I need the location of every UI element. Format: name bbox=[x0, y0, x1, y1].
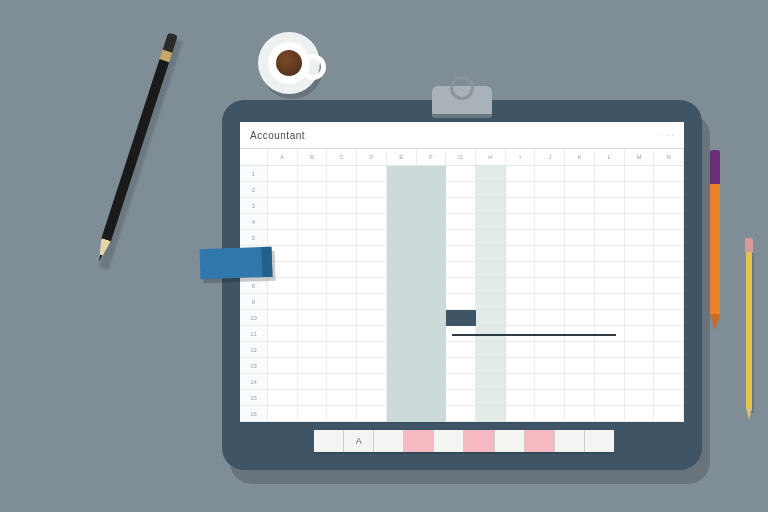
grid-cell[interactable] bbox=[357, 214, 387, 230]
grid-cell[interactable] bbox=[654, 182, 684, 198]
grid-cell[interactable] bbox=[268, 182, 298, 198]
column-header-cell[interactable]: B bbox=[298, 149, 328, 165]
grid-cell[interactable] bbox=[357, 166, 387, 182]
grid-cell[interactable] bbox=[654, 326, 684, 342]
grid-cell[interactable] bbox=[357, 374, 387, 390]
grid-cell[interactable] bbox=[535, 278, 565, 294]
row-header-cell[interactable]: 9 bbox=[240, 294, 268, 310]
grid-cell[interactable] bbox=[506, 230, 536, 246]
row-header-cell[interactable]: 2 bbox=[240, 182, 268, 198]
grid-cell[interactable] bbox=[268, 198, 298, 214]
grid-cell[interactable] bbox=[298, 374, 328, 390]
grid-cell[interactable] bbox=[595, 182, 625, 198]
grid-cell[interactable] bbox=[506, 326, 536, 342]
grid-cell[interactable] bbox=[654, 230, 684, 246]
grid-cell[interactable] bbox=[327, 390, 357, 406]
grid-cell[interactable] bbox=[595, 342, 625, 358]
column-header-cell[interactable]: K bbox=[565, 149, 595, 165]
grid-cell[interactable] bbox=[565, 262, 595, 278]
grid-cell[interactable] bbox=[565, 406, 595, 422]
grid-cell[interactable] bbox=[357, 342, 387, 358]
grid-cell[interactable] bbox=[625, 310, 655, 326]
grid-cell[interactable] bbox=[565, 390, 595, 406]
grid-cell[interactable] bbox=[446, 182, 476, 198]
grid-cell[interactable] bbox=[446, 246, 476, 262]
grid-cell[interactable] bbox=[506, 262, 536, 278]
row-header-cell[interactable]: 1 bbox=[240, 166, 268, 182]
grid-cell[interactable] bbox=[357, 294, 387, 310]
grid-cell[interactable] bbox=[506, 278, 536, 294]
grid-cell[interactable] bbox=[565, 342, 595, 358]
grid-cell[interactable] bbox=[298, 230, 328, 246]
grid-cell[interactable] bbox=[327, 294, 357, 310]
grid-cell[interactable] bbox=[535, 214, 565, 230]
grid-cell[interactable] bbox=[446, 166, 476, 182]
grid-cell[interactable] bbox=[535, 166, 565, 182]
grid-cell[interactable] bbox=[535, 246, 565, 262]
grid-cell[interactable] bbox=[327, 262, 357, 278]
grid-cell[interactable] bbox=[595, 406, 625, 422]
grid-cell[interactable] bbox=[446, 294, 476, 310]
grid-cell[interactable] bbox=[654, 262, 684, 278]
grid-cell[interactable] bbox=[268, 406, 298, 422]
column-header-cell[interactable]: I bbox=[506, 149, 536, 165]
grid-cell[interactable] bbox=[327, 374, 357, 390]
grid-cell[interactable] bbox=[298, 198, 328, 214]
grid-cell[interactable] bbox=[595, 214, 625, 230]
grid-cell[interactable] bbox=[535, 326, 565, 342]
grid-cell[interactable] bbox=[654, 358, 684, 374]
grid-cell[interactable] bbox=[357, 230, 387, 246]
grid-cell[interactable] bbox=[625, 246, 655, 262]
grid-cell[interactable] bbox=[446, 262, 476, 278]
grid-cell[interactable] bbox=[268, 294, 298, 310]
grid-cell[interactable] bbox=[357, 198, 387, 214]
grid-cell[interactable] bbox=[595, 390, 625, 406]
grid-cell[interactable] bbox=[298, 214, 328, 230]
grid-cell[interactable] bbox=[625, 390, 655, 406]
grid-cell[interactable] bbox=[268, 166, 298, 182]
grid-cell[interactable] bbox=[446, 358, 476, 374]
grid-cell[interactable] bbox=[506, 182, 536, 198]
grid-cell[interactable] bbox=[327, 182, 357, 198]
row-header-cell[interactable]: 4 bbox=[240, 214, 268, 230]
grid-cell[interactable] bbox=[565, 214, 595, 230]
row-header-cell[interactable]: 5 bbox=[240, 230, 268, 246]
grid-cell[interactable] bbox=[506, 246, 536, 262]
grid-cell[interactable] bbox=[625, 374, 655, 390]
grid-cell[interactable] bbox=[298, 390, 328, 406]
grid-cell[interactable] bbox=[535, 198, 565, 214]
grid-cell[interactable] bbox=[506, 390, 536, 406]
grid-cell[interactable] bbox=[268, 230, 298, 246]
grid-cell[interactable] bbox=[535, 342, 565, 358]
grid-cell[interactable] bbox=[357, 182, 387, 198]
row-header-cell[interactable]: 15 bbox=[240, 390, 268, 406]
grid-cell[interactable] bbox=[327, 342, 357, 358]
grid-cell[interactable] bbox=[446, 406, 476, 422]
grid-cell[interactable] bbox=[446, 310, 476, 326]
grid-cell[interactable] bbox=[565, 198, 595, 214]
grid-cell[interactable] bbox=[625, 198, 655, 214]
grid-cell[interactable] bbox=[298, 166, 328, 182]
grid-cell[interactable] bbox=[506, 198, 536, 214]
grid-cell[interactable] bbox=[625, 214, 655, 230]
grid-cell[interactable] bbox=[595, 166, 625, 182]
column-header-cell[interactable] bbox=[240, 149, 268, 165]
grid-cell[interactable] bbox=[327, 166, 357, 182]
grid-cell[interactable] bbox=[327, 246, 357, 262]
grid-cell[interactable] bbox=[654, 198, 684, 214]
grid-cell[interactable] bbox=[327, 278, 357, 294]
grid-cell[interactable] bbox=[327, 230, 357, 246]
row-header-cell[interactable]: 16 bbox=[240, 406, 268, 422]
grid-cell[interactable] bbox=[268, 326, 298, 342]
grid-cell[interactable] bbox=[446, 198, 476, 214]
grid-cell[interactable] bbox=[654, 374, 684, 390]
grid-cell[interactable] bbox=[595, 278, 625, 294]
grid-cell[interactable] bbox=[535, 310, 565, 326]
grid-cell[interactable] bbox=[298, 182, 328, 198]
grid-cell[interactable] bbox=[595, 230, 625, 246]
grid-cell[interactable] bbox=[446, 326, 476, 342]
row-header-cell[interactable]: 12 bbox=[240, 342, 268, 358]
column-header-cell[interactable]: L bbox=[595, 149, 625, 165]
grid-cell[interactable] bbox=[625, 262, 655, 278]
grid-cell[interactable] bbox=[446, 342, 476, 358]
